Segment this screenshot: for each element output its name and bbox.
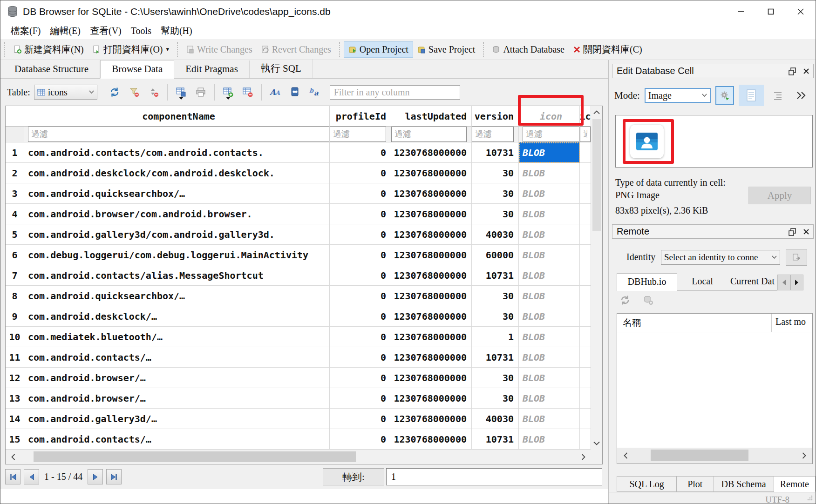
cell-version[interactable]: 40030 <box>472 224 519 245</box>
cell-profileId[interactable]: 0 <box>330 327 391 347</box>
clear-filters-button[interactable] <box>126 84 143 100</box>
cell-version[interactable]: 60000 <box>472 245 519 265</box>
menu-view[interactable]: 查看(V) <box>85 23 126 39</box>
dock-tab-plot[interactable]: Plot <box>677 476 714 492</box>
cell-profileId[interactable]: 0 <box>330 388 391 409</box>
cell-lastUpdated[interactable]: 1230768000000 <box>391 327 472 347</box>
cell-componentName[interactable]: com.android.browser/… <box>24 388 330 409</box>
cell-lastUpdated[interactable]: 1230768000000 <box>391 368 472 388</box>
menu-help[interactable]: 幫助(H) <box>156 23 197 39</box>
cell-componentName[interactable]: com.android.deskclock/… <box>24 306 330 327</box>
cell-partial[interactable] <box>580 306 591 327</box>
cell-icon[interactable]: BLOB <box>519 224 580 245</box>
font-button[interactable]: AA <box>267 84 284 100</box>
cell-lastUpdated[interactable]: 1230768000000 <box>391 183 472 204</box>
cell-lastUpdated[interactable]: 1230768000000 <box>391 286 472 306</box>
cell-partial[interactable] <box>580 286 591 306</box>
print-button[interactable] <box>192 84 209 100</box>
scroll-up-button[interactable] <box>591 107 602 117</box>
export-dropdown-icon[interactable] <box>179 97 184 102</box>
cell-lastUpdated[interactable]: 1230768000000 <box>391 429 472 450</box>
filter-lastUpdated-input[interactable] <box>391 127 467 142</box>
cell-componentName[interactable]: com.mediatek.bluetooth/… <box>24 327 330 347</box>
close-panel-icon[interactable] <box>799 226 813 237</box>
cell-lastUpdated[interactable]: 1230768000000 <box>391 388 472 409</box>
cell-componentName[interactable]: com.android.browser/com.android.browser. <box>24 204 330 224</box>
new-database-button[interactable]: 新建資料庫(N) <box>9 41 88 58</box>
remote-clone-database-button[interactable] <box>643 295 653 305</box>
cell-profileId[interactable]: 0 <box>330 306 391 327</box>
filter-componentName-input[interactable] <box>28 127 329 142</box>
remote-tab-dbhub[interactable]: DBHub.io <box>617 273 677 291</box>
cell-icon[interactable]: BLOB <box>519 388 580 409</box>
cell-componentName[interactable]: com.android.contacts/alias.MessageShortc… <box>24 265 330 286</box>
cell-icon[interactable]: BLOB <box>519 265 580 286</box>
table-select[interactable]: icons <box>34 85 97 100</box>
cell-partial[interactable] <box>580 429 591 450</box>
cell-version[interactable]: 30 <box>472 204 519 224</box>
remote-list-modified-column[interactable]: Last mo <box>772 314 812 332</box>
insert-record-dropdown-icon[interactable] <box>226 97 231 102</box>
cell-icon[interactable]: BLOB <box>519 429 580 450</box>
cell-componentName[interactable]: com.android.quicksearchbox/… <box>24 183 330 204</box>
tab-browse-data[interactable]: Browse Data <box>100 60 174 79</box>
cell-version[interactable]: 1 <box>472 327 519 347</box>
cell-version[interactable]: 30 <box>472 163 519 183</box>
cell-componentName[interactable]: com.android.contacts/com.android.contact… <box>24 142 330 163</box>
text-case-button[interactable]: ba <box>306 84 323 100</box>
vertical-scrollbar[interactable] <box>591 106 602 449</box>
remote-refresh-button[interactable] <box>620 295 630 305</box>
header-version[interactable]: version <box>472 106 519 127</box>
cell-profileId[interactable]: 0 <box>330 429 391 450</box>
open-project-button[interactable]: Open Project <box>344 41 413 58</box>
cell-partial[interactable] <box>580 265 591 286</box>
cell-icon[interactable]: BLOB <box>519 142 580 163</box>
cell-componentName[interactable]: com.android.gallery3d/… <box>24 409 330 429</box>
export-table-button[interactable] <box>173 84 190 100</box>
tab-scroll-left-button[interactable] <box>777 275 790 290</box>
header-componentName[interactable]: componentName <box>24 106 330 127</box>
resize-grip[interactable] <box>807 495 813 501</box>
cell-partial[interactable] <box>580 163 591 183</box>
attach-database-button[interactable]: Attach Database <box>488 42 569 57</box>
cell-version[interactable]: 10731 <box>472 142 519 163</box>
remote-tab-local[interactable]: Local <box>677 273 728 291</box>
cell-version[interactable]: 30 <box>472 388 519 409</box>
tab-execute-sql[interactable]: 執行 SQL <box>250 59 313 78</box>
cell-profileId[interactable]: 0 <box>330 163 391 183</box>
clear-sorting-button[interactable] <box>145 84 162 100</box>
cell-lastUpdated[interactable]: 1230768000000 <box>391 409 472 429</box>
cell-icon[interactable]: BLOB <box>519 286 580 306</box>
cell-icon[interactable]: BLOB <box>519 327 580 347</box>
cell-componentName[interactable]: com.android.contacts/… <box>24 429 330 450</box>
next-page-button[interactable] <box>88 469 103 484</box>
horizontal-scroll-thumb[interactable] <box>651 450 748 461</box>
word-wrap-button[interactable] <box>768 86 787 105</box>
remote-list-name-column[interactable]: 名稱 <box>617 314 772 332</box>
cell-lastUpdated[interactable]: 1230768000000 <box>391 347 472 368</box>
cell-version[interactable]: 30 <box>472 286 519 306</box>
cell-lastUpdated[interactable]: 1230768000000 <box>391 265 472 286</box>
cell-partial[interactable] <box>580 183 591 204</box>
cell-lastUpdated[interactable]: 1230768000000 <box>391 224 472 245</box>
cell-lastUpdated[interactable]: 1230768000000 <box>391 306 472 327</box>
delete-record-button[interactable] <box>239 84 256 100</box>
minimize-button[interactable] <box>726 0 756 22</box>
open-database-button[interactable]: 打開資料庫(O) ▾ <box>88 41 173 58</box>
previous-page-button[interactable] <box>24 469 39 484</box>
cell-partial[interactable] <box>580 409 591 429</box>
scroll-right-button[interactable] <box>577 450 590 464</box>
cell-profileId[interactable]: 0 <box>330 224 391 245</box>
maximize-button[interactable] <box>756 0 786 22</box>
revert-changes-button[interactable]: Revert Changes <box>257 42 335 57</box>
cell-partial[interactable] <box>580 142 591 163</box>
cell-profileId[interactable]: 0 <box>330 347 391 368</box>
dock-tab-sql-log[interactable]: SQL Log <box>617 476 677 492</box>
insert-record-button[interactable] <box>220 84 237 100</box>
cell-version[interactable]: 10731 <box>472 265 519 286</box>
global-filter-input[interactable] <box>330 85 460 100</box>
mode-select[interactable]: Image <box>645 88 711 103</box>
cell-icon[interactable]: BLOB <box>519 347 580 368</box>
write-changes-button[interactable]: Write Changes <box>182 42 257 57</box>
cell-icon[interactable]: BLOB <box>519 204 580 224</box>
